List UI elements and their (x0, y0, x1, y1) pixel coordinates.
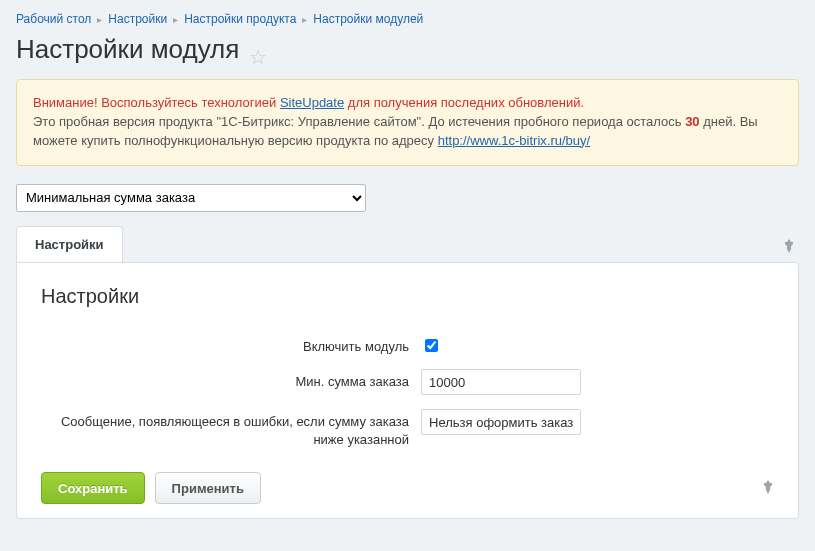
error-message-input[interactable] (421, 409, 581, 435)
breadcrumb-item[interactable]: Настройки продукта (184, 12, 296, 26)
breadcrumb-item[interactable]: Настройки модулей (313, 12, 423, 26)
error-message-label: Сообщение, появляющееся в ошибки, если с… (41, 409, 421, 448)
min-sum-label: Мин. сумма заказа (41, 369, 421, 391)
pin-icon[interactable] (783, 233, 799, 262)
enable-module-label: Включить модуль (41, 334, 421, 356)
breadcrumb-item[interactable]: Настройки (108, 12, 167, 26)
save-button[interactable]: Сохранить (41, 472, 145, 504)
breadcrumb-item[interactable]: Рабочий стол (16, 12, 91, 26)
min-sum-input[interactable] (421, 369, 581, 395)
page-title: Настройки модуля (16, 34, 239, 65)
settings-panel: Настройки Включить модуль Мин. сумма зак… (16, 262, 799, 520)
breadcrumb: Рабочий стол ▸ Настройки ▸ Настройки про… (16, 12, 799, 26)
buy-link[interactable]: http://www.1c-bitrix.ru/buy/ (438, 133, 590, 148)
module-select[interactable]: Минимальная сумма заказа (16, 184, 366, 212)
star-icon[interactable]: ☆ (249, 45, 267, 69)
chevron-right-icon: ▸ (173, 14, 178, 25)
notice-warning: Внимание! Воспользуйтесь технологией Sit… (33, 95, 584, 110)
pin-icon[interactable] (762, 480, 774, 497)
tabs: Настройки (16, 226, 799, 262)
tab-settings[interactable]: Настройки (16, 226, 123, 262)
notice-days-left: 30 (685, 114, 699, 129)
chevron-right-icon: ▸ (97, 14, 102, 25)
panel-heading: Настройки (41, 285, 774, 308)
notice-box: Внимание! Воспользуйтесь технологией Sit… (16, 79, 799, 166)
notice-trial-text: Это пробная версия продукта "1С-Битрикс:… (33, 114, 685, 129)
chevron-right-icon: ▸ (302, 14, 307, 25)
enable-module-checkbox[interactable] (425, 339, 438, 352)
apply-button[interactable]: Применить (155, 472, 261, 504)
site-update-link[interactable]: SiteUpdate (280, 95, 344, 110)
